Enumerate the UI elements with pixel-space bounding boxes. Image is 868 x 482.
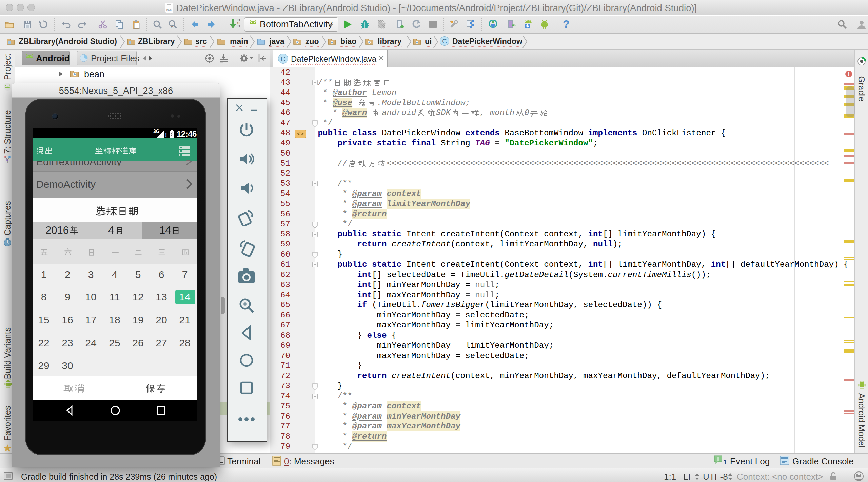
svg-text:3G: 3G [153,129,160,134]
svg-text:01: 01 [237,25,240,28]
svg-text:A: A [171,24,174,29]
